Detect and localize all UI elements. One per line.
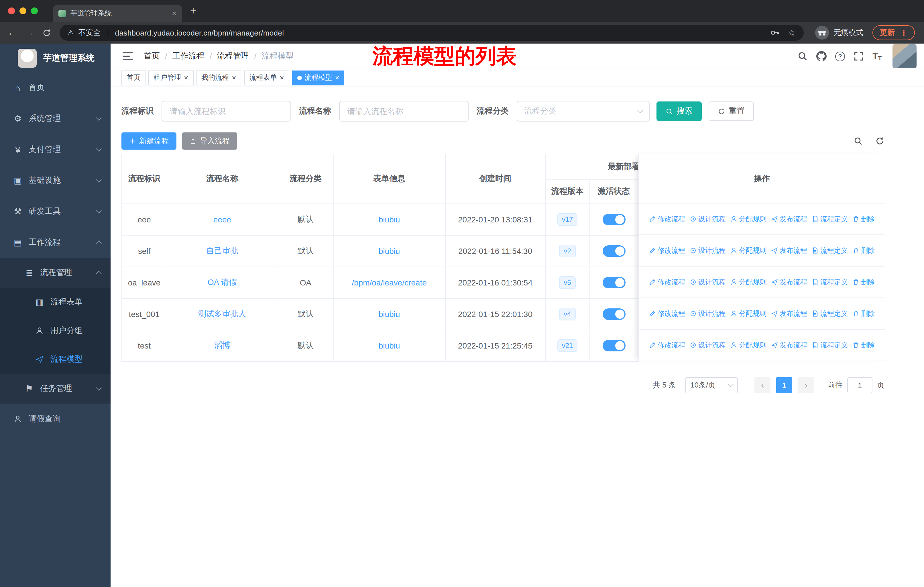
import-process-button[interactable]: 导入流程 xyxy=(182,132,237,150)
process-definition-link[interactable]: 流程定义 xyxy=(812,214,848,224)
process-name-link[interactable]: OA 请假 xyxy=(208,277,237,286)
version-badge[interactable]: v17 xyxy=(558,213,578,226)
tab-close-icon[interactable]: × xyxy=(172,8,177,18)
publish-process-link[interactable]: 发布流程 xyxy=(771,277,807,287)
process-definition-link[interactable]: 流程定义 xyxy=(812,277,848,287)
process-key-input[interactable] xyxy=(162,101,291,122)
form-info-link[interactable]: biubiu xyxy=(379,309,400,318)
sidebar-item-payment[interactable]: ¥ 支付管理 xyxy=(0,134,111,165)
sidebar-item-leave-query[interactable]: 请假查询 xyxy=(0,403,111,435)
refresh-table-icon[interactable] xyxy=(875,136,884,148)
process-definition-link[interactable]: 流程定义 xyxy=(812,246,848,255)
window-minimize-button[interactable] xyxy=(20,7,26,14)
github-icon[interactable] xyxy=(816,51,827,61)
next-page-button[interactable]: › xyxy=(798,377,814,393)
delete-link[interactable]: 删除 xyxy=(852,214,875,224)
address-bar[interactable]: ⚠ 不安全 dashboard.yudao.iocoder.cn/bpm/man… xyxy=(59,25,804,41)
close-icon[interactable]: × xyxy=(280,74,284,81)
publish-process-link[interactable]: 发布流程 xyxy=(771,340,807,350)
modify-process-link[interactable]: 修改流程 xyxy=(649,309,685,318)
browser-tab[interactable]: 芋道管理系统 × xyxy=(53,5,182,22)
tag-tenant[interactable]: 租户管理 × xyxy=(148,70,193,85)
sidebar-item-task-management[interactable]: ⚑ 任务管理 xyxy=(0,374,111,403)
sidebar-item-devtools[interactable]: ⚒ 研发工具 xyxy=(0,196,111,227)
process-definition-link[interactable]: 流程定义 xyxy=(812,309,848,318)
delete-link[interactable]: 删除 xyxy=(852,246,875,255)
sidebar-item-workflow[interactable]: ▤ 工作流程 xyxy=(0,227,111,258)
window-close-button[interactable] xyxy=(8,7,15,14)
breadcrumb-item[interactable]: 首页 xyxy=(144,51,160,61)
window-zoom-button[interactable] xyxy=(31,7,38,14)
version-badge[interactable]: v21 xyxy=(558,339,578,352)
version-badge[interactable]: v2 xyxy=(559,245,576,257)
collapse-sidebar-icon[interactable] xyxy=(122,52,133,60)
prev-page-button[interactable]: ‹ xyxy=(754,377,771,393)
close-icon[interactable]: × xyxy=(184,74,188,81)
goto-page-input[interactable] xyxy=(847,377,873,393)
assign-rule-link[interactable]: 分配规则 xyxy=(730,277,766,287)
back-button[interactable]: ← xyxy=(6,28,18,38)
sidebar-item-infrastructure[interactable]: ▣ 基础设施 xyxy=(0,165,111,196)
status-toggle[interactable] xyxy=(602,213,625,225)
breadcrumb-item[interactable]: 流程管理 xyxy=(217,51,249,61)
user-avatar[interactable] xyxy=(893,44,917,68)
design-process-link[interactable]: 设计流程 xyxy=(690,246,726,255)
font-size-icon[interactable]: TT xyxy=(873,51,882,61)
version-badge[interactable]: v5 xyxy=(559,276,576,289)
delete-link[interactable]: 删除 xyxy=(852,340,875,350)
security-label[interactable]: 不安全 xyxy=(79,28,101,38)
update-button[interactable]: 更新 ⋮ xyxy=(873,25,915,40)
assign-rule-link[interactable]: 分配规则 xyxy=(730,246,766,255)
search-icon[interactable] xyxy=(797,51,808,61)
design-process-link[interactable]: 设计流程 xyxy=(690,309,726,318)
sidebar-item-home[interactable]: ⌂ 首页 xyxy=(0,72,111,103)
publish-process-link[interactable]: 发布流程 xyxy=(771,309,807,318)
sidebar-item-user-group[interactable]: 用户分组 xyxy=(0,316,111,345)
design-process-link[interactable]: 设计流程 xyxy=(690,214,726,224)
form-info-link[interactable]: biubiu xyxy=(379,341,400,350)
process-name-link[interactable]: eeee xyxy=(213,215,231,224)
process-definition-link[interactable]: 流程定义 xyxy=(812,340,848,350)
sidebar-item-process-form[interactable]: ▥ 流程表单 xyxy=(0,288,111,316)
assign-rule-link[interactable]: 分配规则 xyxy=(730,214,766,224)
sidebar-item-system[interactable]: ⚙ 系统管理 xyxy=(0,103,111,134)
status-toggle[interactable] xyxy=(602,245,625,256)
assign-rule-link[interactable]: 分配规则 xyxy=(730,340,766,350)
sidebar-item-process-model[interactable]: 流程模型 xyxy=(0,345,111,374)
delete-link[interactable]: 删除 xyxy=(852,309,875,318)
toggle-search-icon[interactable] xyxy=(853,136,863,148)
close-icon[interactable]: × xyxy=(232,74,236,81)
form-info-link[interactable]: biubiu xyxy=(379,215,400,224)
search-button[interactable]: 搜索 xyxy=(657,101,702,121)
process-name-link[interactable]: 滔博 xyxy=(214,340,230,349)
version-badge[interactable]: v4 xyxy=(559,308,576,320)
new-tab-button[interactable]: + xyxy=(190,5,196,17)
status-toggle[interactable] xyxy=(602,308,625,319)
bookmark-star-icon[interactable]: ☆ xyxy=(788,28,796,38)
modify-process-link[interactable]: 修改流程 xyxy=(649,246,685,255)
publish-process-link[interactable]: 发布流程 xyxy=(771,246,807,255)
browser-menu-icon[interactable]: ⋮ xyxy=(900,28,908,37)
delete-link[interactable]: 删除 xyxy=(852,277,875,287)
form-info-link[interactable]: /bpm/oa/leave/create xyxy=(352,278,427,287)
url-text[interactable]: dashboard.yudao.iocoder.cn/bpm/manager/m… xyxy=(115,28,765,37)
design-process-link[interactable]: 设计流程 xyxy=(690,277,726,287)
design-process-link[interactable]: 设计流程 xyxy=(690,340,726,350)
modify-process-link[interactable]: 修改流程 xyxy=(649,340,685,350)
modify-process-link[interactable]: 修改流程 xyxy=(649,277,685,287)
process-name-link[interactable]: 测试多审批人 xyxy=(198,309,246,318)
publish-process-link[interactable]: 发布流程 xyxy=(771,214,807,224)
fullscreen-icon[interactable] xyxy=(853,51,864,61)
process-name-input[interactable] xyxy=(339,101,469,122)
forward-button[interactable]: → xyxy=(23,28,36,38)
tag-process-form[interactable]: 流程表单 × xyxy=(244,70,289,85)
modify-process-link[interactable]: 修改流程 xyxy=(649,214,685,224)
reload-button[interactable] xyxy=(40,28,53,37)
close-icon[interactable]: × xyxy=(335,74,340,81)
reset-button[interactable]: 重置 xyxy=(709,101,754,121)
assign-rule-link[interactable]: 分配规则 xyxy=(730,309,766,318)
process-name-link[interactable]: 自己审批 xyxy=(206,246,238,255)
form-info-link[interactable]: biubiu xyxy=(379,246,400,255)
tag-my-process[interactable]: 我的流程 × xyxy=(196,70,241,85)
process-category-select[interactable]: 流程分类 xyxy=(517,101,650,122)
